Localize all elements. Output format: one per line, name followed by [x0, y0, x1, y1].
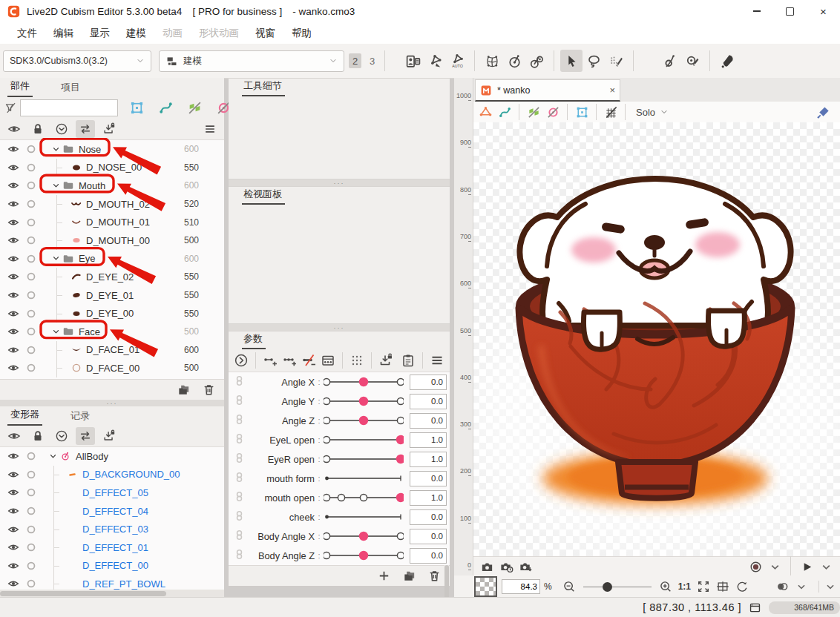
dropper-tool-button[interactable] — [716, 50, 738, 72]
parts-menu-button[interactable] — [200, 120, 220, 138]
circle-chevron-button[interactable] — [52, 427, 71, 445]
link-icon[interactable] — [234, 452, 245, 466]
visibility-toggle[interactable] — [4, 217, 22, 228]
deformer-item-label[interactable]: D_EFFECT_04 — [82, 506, 148, 517]
lock-toggle[interactable] — [22, 289, 40, 301]
parts-tree-row[interactable]: D_NOSE_00550 — [0, 159, 224, 177]
background-swatch[interactable] — [474, 576, 497, 597]
view-level-3-button[interactable]: 3 — [366, 53, 378, 68]
tab-log[interactable]: 记录 — [68, 407, 93, 426]
dots-grid-button[interactable] — [349, 351, 365, 370]
link-icon[interactable] — [234, 549, 245, 563]
lock-toggle[interactable] — [22, 162, 40, 174]
path-edit-button[interactable] — [495, 103, 514, 121]
delete-button[interactable] — [424, 567, 444, 585]
link-icon[interactable] — [234, 414, 245, 428]
clipboard-button[interactable] — [400, 351, 416, 370]
add-button[interactable] — [374, 567, 393, 585]
lasso-tool-button[interactable] — [583, 50, 605, 72]
lock-toggle[interactable] — [22, 253, 40, 265]
visibility-toggle[interactable] — [4, 289, 22, 301]
parts-search-input[interactable] — [20, 99, 118, 116]
menu-item-0[interactable]: 文件 — [9, 27, 45, 40]
tab-project[interactable]: 项目 — [58, 79, 83, 97]
lock-toggle[interactable] — [22, 450, 40, 462]
panel-splitter[interactable]: ··· — [229, 179, 450, 186]
mesh-visibility-button[interactable] — [524, 103, 543, 121]
param-slider[interactable] — [324, 510, 405, 524]
play-options-chevron[interactable] — [816, 558, 836, 575]
param-slider[interactable] — [324, 549, 405, 562]
part-folder-label[interactable]: Mouth — [79, 180, 105, 191]
deformer-tree-row[interactable]: D_BACKGROUND_00 — [0, 466, 224, 484]
play-button[interactable] — [797, 558, 816, 575]
link-icon[interactable] — [234, 375, 245, 389]
visibility-toggle[interactable] — [4, 362, 22, 374]
visibility-toggle[interactable] — [4, 143, 22, 155]
param-slider[interactable] — [324, 491, 405, 504]
part-item-label[interactable]: D_MOUTH_02 — [86, 199, 150, 210]
canvas-viewport[interactable] — [473, 122, 840, 556]
expander-icon[interactable] — [50, 145, 61, 154]
part-item-label[interactable]: D_NOSE_00 — [86, 162, 142, 173]
duplicate-button[interactable] — [399, 567, 419, 585]
camera-export-button[interactable] — [516, 558, 535, 575]
actual-size-button[interactable]: 1:1 — [678, 581, 691, 592]
import-lock-button[interactable] — [378, 351, 394, 370]
menu-item-1[interactable]: 编辑 — [45, 27, 82, 40]
deformer-visibility-button[interactable] — [543, 103, 562, 121]
mesh-edit-button[interactable] — [424, 50, 446, 72]
rotation-deformer-button[interactable] — [503, 50, 525, 72]
lock-toggle[interactable] — [22, 143, 40, 155]
part-item-label[interactable]: D_MOUTH_00 — [86, 235, 150, 246]
lock-toggle[interactable] — [22, 578, 40, 590]
zoom-out-button[interactable] — [560, 578, 579, 595]
del-key-button[interactable] — [301, 351, 317, 370]
deformer-item-label[interactable]: D_EFFECT_03 — [82, 524, 148, 535]
deformer-tree-row[interactable]: D_REF_PT_BOWL — [0, 575, 224, 590]
param-value[interactable]: 1.0 — [410, 432, 447, 448]
param-value[interactable]: 0.0 — [410, 375, 447, 390]
pin-button[interactable] — [813, 103, 833, 121]
deformer-item-label[interactable]: D_REF_PT_BOWL — [82, 578, 165, 590]
workspace-select[interactable]: 建模 — [159, 50, 344, 72]
visibility-toggle[interactable] — [4, 578, 22, 590]
lock-toggle[interactable] — [22, 326, 40, 337]
texture-bounds-button[interactable] — [125, 97, 148, 119]
parts-tree-row[interactable]: Face500 — [0, 323, 224, 341]
lock-toggle[interactable] — [22, 362, 40, 374]
mesh-tri-button[interactable] — [476, 103, 495, 121]
view-level-2-button[interactable]: 2 — [349, 53, 361, 68]
expander-icon[interactable] — [50, 254, 61, 263]
visibility-toggle[interactable] — [4, 234, 22, 246]
mesh-visibility-button[interactable] — [183, 97, 206, 119]
deformer-item-label[interactable]: D_EFFECT_05 — [82, 487, 148, 498]
eye-button[interactable] — [4, 120, 24, 138]
visibility-toggle[interactable] — [4, 560, 22, 572]
visibility-toggle[interactable] — [4, 524, 22, 535]
swap-button[interactable] — [76, 427, 95, 445]
lock-toggle[interactable] — [22, 505, 40, 517]
zoom-input[interactable] — [502, 579, 540, 594]
link-icon[interactable] — [234, 395, 245, 409]
menu-item-3[interactable]: 建模 — [118, 27, 154, 40]
part-folder-label[interactable]: Nose — [79, 144, 101, 155]
param-value[interactable]: 0.0 — [410, 413, 447, 429]
eye-button[interactable] — [4, 427, 24, 445]
parts-tree-row[interactable]: D_FACE_01600 — [0, 341, 224, 360]
part-item-label[interactable]: D_FACE_01 — [86, 344, 140, 355]
circle-chevron-button[interactable] — [52, 120, 71, 138]
visibility-toggle[interactable] — [4, 469, 22, 481]
lock-toggle[interactable] — [22, 486, 40, 498]
lock-toggle[interactable] — [22, 179, 40, 191]
deformer-item-label[interactable]: D_EFFECT_00 — [82, 560, 148, 571]
close-button[interactable]: × — [807, 0, 840, 22]
deformer-tree-row[interactable]: D_EFFECT_05 — [0, 484, 224, 502]
visibility-toggle[interactable] — [4, 326, 22, 337]
lock-button[interactable] — [28, 427, 47, 445]
record-options-chevron[interactable] — [765, 558, 784, 575]
lock-toggle[interactable] — [22, 198, 40, 210]
param-value[interactable]: 0.0 — [410, 529, 447, 544]
lock-toggle[interactable] — [22, 560, 40, 572]
link-icon[interactable] — [234, 433, 245, 447]
